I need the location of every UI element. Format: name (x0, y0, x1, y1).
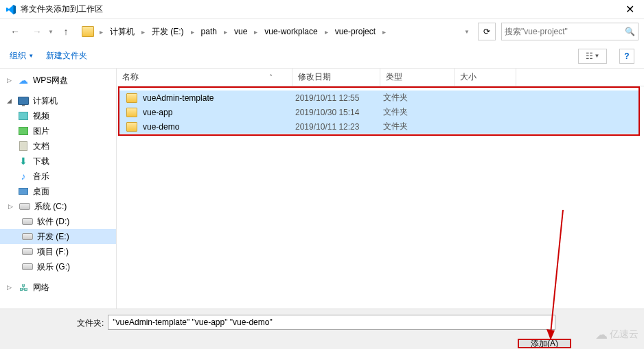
sidebar-item-drive-g[interactable]: 娱乐 (G:) (0, 259, 116, 274)
col-date[interactable]: 修改日期 (292, 69, 380, 86)
chevron-right-icon[interactable]: ▸ (253, 28, 259, 36)
folder-icon (126, 108, 137, 117)
folder-label: 文件夹: (8, 315, 104, 329)
new-folder-button[interactable]: 新建文件夹 (46, 50, 87, 62)
chevron-right-icon[interactable]: ▸ (189, 28, 196, 36)
col-type[interactable]: 类型 (380, 69, 455, 86)
sidebar-item-music[interactable]: ♪音乐 (0, 169, 116, 184)
folder-icon (126, 122, 137, 132)
search-box[interactable]: 🔍 (501, 23, 639, 40)
path-dropdown[interactable]: ▼ (464, 29, 470, 35)
breadcrumb-item[interactable]: path (197, 25, 221, 38)
window-title: 将文件夹添加到工作区 (21, 3, 621, 15)
file-list: vueAdmin-template 2019/10/11 12:55 文件夹 v… (117, 86, 644, 134)
history-dropdown[interactable]: ▼ (48, 29, 54, 35)
folder-icon (126, 93, 137, 103)
sidebar: ▷☁WPS网盘 ◢计算机 视频 图片 文档 ⬇下载 ♪音乐 桌面 ▷系统 (C:… (0, 69, 117, 309)
breadcrumb-item[interactable]: vue (230, 25, 251, 38)
back-button[interactable]: ← (5, 22, 25, 41)
search-icon[interactable]: 🔍 (625, 27, 635, 36)
sort-indicator-icon: ˄ (269, 73, 273, 81)
chevron-right-icon[interactable]: ▸ (140, 28, 146, 36)
breadcrumb-item[interactable]: 计算机 (106, 25, 139, 39)
chevron-right-icon[interactable]: ▸ (98, 28, 104, 36)
chevron-right-icon[interactable]: ▸ (323, 28, 330, 36)
sidebar-item-drive-e[interactable]: 开发 (E:) (0, 229, 116, 244)
sidebar-wps[interactable]: ▷☁WPS网盘 (0, 73, 116, 88)
chevron-right-icon[interactable]: ▸ (222, 28, 229, 36)
breadcrumb-item[interactable]: 开发 (E:) (148, 25, 188, 39)
refresh-button[interactable]: ⟳ (478, 23, 496, 40)
sidebar-item-pictures[interactable]: 图片 (0, 123, 116, 139)
breadcrumb[interactable]: ▸ 计算机 ▸ 开发 (E:) ▸ path ▸ vue ▸ vue-workp… (78, 22, 463, 41)
col-name[interactable]: 名称˄ (117, 69, 292, 86)
col-size[interactable]: 大小 (455, 69, 516, 86)
toolbar: 组织 ▼ 新建文件夹 ☷ ▼ ? (0, 44, 644, 69)
sidebar-item-drive-d[interactable]: 软件 (D:) (0, 214, 116, 229)
forward-button[interactable]: → (27, 22, 47, 41)
sidebar-item-drive-f[interactable]: 项目 (F:) (0, 244, 116, 259)
folder-icon (82, 26, 94, 37)
up-button[interactable]: ↑ (56, 22, 76, 41)
sidebar-item-video[interactable]: 视频 (0, 108, 116, 123)
help-button[interactable]: ? (619, 49, 634, 64)
file-row[interactable]: vue-demo 2019/10/11 12:23 文件夹 (119, 119, 639, 134)
breadcrumb-item[interactable]: vue-project (331, 25, 380, 38)
breadcrumb-item[interactable]: vue-workplace (260, 25, 321, 38)
vscode-icon (5, 4, 16, 15)
title-bar: 将文件夹添加到工作区 ✕ (0, 0, 644, 19)
close-button[interactable]: ✕ (621, 3, 639, 16)
chevron-right-icon[interactable]: ▸ (381, 28, 387, 36)
sidebar-item-desktop[interactable]: 桌面 (0, 184, 116, 199)
search-input[interactable] (505, 27, 625, 36)
sidebar-computer[interactable]: ◢计算机 (0, 93, 116, 108)
organize-menu[interactable]: 组织 ▼ (10, 50, 34, 62)
sidebar-network[interactable]: ▷🖧网络 (0, 280, 116, 295)
file-row[interactable]: vueAdmin-template 2019/10/11 12:55 文件夹 (119, 91, 639, 105)
nav-row: ← → ▼ ↑ ▸ 计算机 ▸ 开发 (E:) ▸ path ▸ vue ▸ v… (0, 19, 644, 44)
add-button[interactable]: 添加(A) (518, 339, 571, 348)
view-options[interactable]: ☷ ▼ (578, 49, 607, 64)
folder-input[interactable] (108, 315, 555, 330)
file-pane: 名称˄ 修改日期 类型 大小 vueAdmin-template 2019/10… (117, 69, 644, 309)
sidebar-item-documents[interactable]: 文档 (0, 139, 116, 154)
sidebar-item-downloads[interactable]: ⬇下载 (0, 154, 116, 169)
file-row[interactable]: vue-app 2019/10/30 15:14 文件夹 (119, 105, 639, 119)
sidebar-item-drive-c[interactable]: ▷系统 (C:) (0, 199, 116, 214)
column-headers: 名称˄ 修改日期 类型 大小 (117, 69, 644, 86)
